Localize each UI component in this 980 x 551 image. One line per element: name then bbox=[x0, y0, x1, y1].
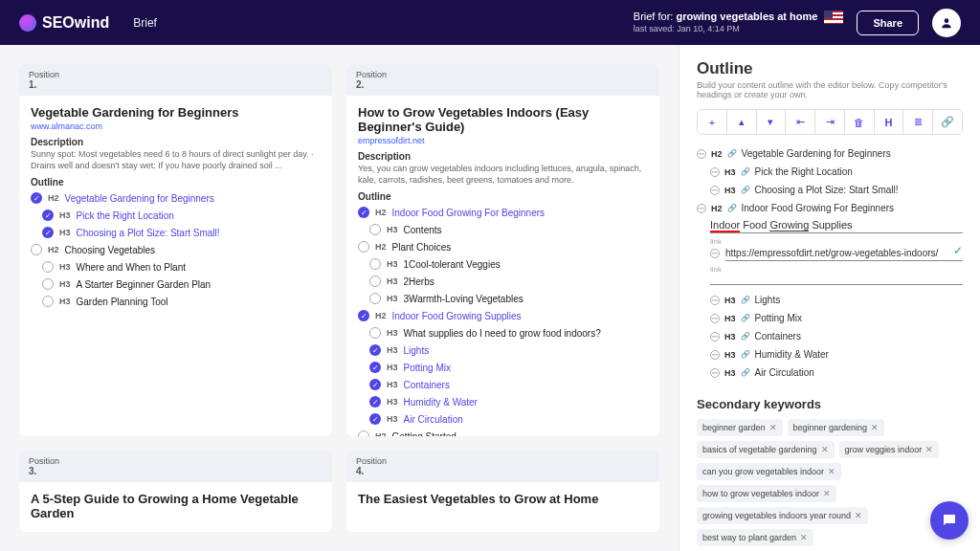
remove-icon[interactable] bbox=[710, 167, 720, 177]
check-off-icon[interactable] bbox=[358, 241, 369, 253]
link-button[interactable]: 🔗 bbox=[933, 110, 962, 134]
outline-row[interactable]: H3 🔗 Air Circulation bbox=[697, 364, 963, 382]
serp-outline-row[interactable]: H3 Contents bbox=[358, 221, 648, 238]
check-off-icon[interactable] bbox=[369, 258, 381, 270]
serp-outline-row[interactable]: ✓ H3 Lights bbox=[358, 342, 648, 359]
check-off-icon[interactable] bbox=[42, 278, 54, 290]
serp-url[interactable]: www.almanac.com bbox=[31, 121, 321, 131]
remove-tag-icon[interactable]: ✕ bbox=[800, 533, 808, 542]
check-off-icon[interactable] bbox=[369, 327, 381, 339]
remove-tag-icon[interactable]: ✕ bbox=[925, 445, 933, 454]
check-on-icon[interactable]: ✓ bbox=[31, 192, 42, 204]
outline-edit-link-2[interactable] bbox=[710, 274, 963, 285]
remove-tag-icon[interactable]: ✕ bbox=[855, 511, 862, 520]
check-on-icon[interactable]: ✓ bbox=[369, 362, 381, 373]
check-on-icon[interactable]: ✓ bbox=[42, 227, 54, 238]
serp-outline-row[interactable]: H2 Choosing Vegetables bbox=[31, 241, 321, 258]
outline-row[interactable]: H3 🔗 Potting Mix bbox=[697, 309, 963, 327]
serp-outline-row[interactable]: ✓ H3 Containers bbox=[358, 376, 648, 393]
remove-icon[interactable] bbox=[710, 186, 720, 195]
keyword-tag[interactable]: growing vegetables indoors year round✕ bbox=[697, 507, 868, 524]
serp-outline-row[interactable]: ✓ H2 Indoor Food Growing For Beginners bbox=[358, 204, 648, 221]
keyword-tag[interactable]: best way to plant garden✕ bbox=[697, 529, 813, 546]
check-on-icon[interactable]: ✓ bbox=[369, 396, 381, 408]
remove-tag-icon[interactable]: ✕ bbox=[821, 445, 829, 454]
keyword-tag[interactable]: beginner garden✕ bbox=[697, 419, 783, 436]
outline-row[interactable]: H2 🔗 Indoor Food Growing For Beginners bbox=[697, 199, 963, 217]
heading-button[interactable]: H bbox=[875, 110, 904, 134]
remove-icon[interactable] bbox=[710, 368, 720, 378]
check-on-icon[interactable]: ✓ bbox=[358, 310, 369, 321]
serp-outline-row[interactable]: H2 Getting Started bbox=[358, 428, 648, 436]
check-off-icon[interactable] bbox=[369, 276, 381, 287]
serp-outline-row[interactable]: H2 Plant Choices bbox=[358, 238, 648, 255]
serp-outline-row[interactable]: ✓ H2 Indoor Food Growing Supplies bbox=[358, 307, 648, 324]
keyword-tag[interactable]: basics of vegetable gardening✕ bbox=[697, 441, 835, 458]
remove-icon[interactable] bbox=[697, 204, 706, 213]
check-off-icon[interactable] bbox=[42, 296, 54, 307]
brief-tab[interactable]: Brief bbox=[133, 16, 157, 30]
trash-button[interactable]: 🗑 bbox=[845, 110, 875, 134]
list-button[interactable]: ≣ bbox=[903, 110, 933, 134]
keyword-tag[interactable]: how to grow vegetables indoor✕ bbox=[697, 485, 836, 502]
outline-row[interactable]: H3 🔗 Choosing a Plot Size: Start Small! bbox=[697, 181, 963, 199]
outline-row[interactable]: H2 🔗 Vegetable Gardening for Beginners bbox=[697, 144, 963, 163]
keyword-tag[interactable]: beginner gardening✕ bbox=[788, 419, 885, 436]
serp-outline-row[interactable]: H3 A Starter Beginner Garden Plan bbox=[31, 276, 321, 293]
remove-icon[interactable] bbox=[710, 332, 720, 342]
serp-outline-row[interactable]: ✓ H3 Pick the Right Location bbox=[31, 207, 321, 224]
remove-icon[interactable] bbox=[710, 296, 720, 305]
caret-down-button[interactable]: ▾ bbox=[757, 110, 787, 134]
check-on-icon[interactable]: ✓ bbox=[358, 207, 369, 218]
serp-outline-row[interactable]: ✓ H3 Humidity & Water bbox=[358, 393, 648, 410]
outline-edit-link[interactable]: https://empressofdirt.net/grow-vegetable… bbox=[725, 246, 963, 261]
check-on-icon[interactable]: ✓ bbox=[369, 379, 381, 390]
check-on-icon[interactable]: ✓ bbox=[369, 413, 381, 425]
remove-icon[interactable] bbox=[710, 350, 720, 360]
remove-link-icon[interactable] bbox=[710, 249, 720, 258]
outline-row[interactable]: H3 🔗 Humidity & Water bbox=[697, 345, 963, 364]
check-off-icon[interactable] bbox=[358, 430, 369, 436]
chat-fab[interactable] bbox=[930, 501, 969, 540]
outline-list: H2 🔗 Vegetable Gardening for Beginners H… bbox=[697, 144, 963, 217]
check-off-icon[interactable] bbox=[369, 293, 381, 304]
check-off-icon[interactable] bbox=[31, 244, 42, 255]
serp-outline-row[interactable]: ✓ H3 Potting Mix bbox=[358, 359, 648, 376]
share-button[interactable]: Share bbox=[857, 11, 919, 35]
indent-button[interactable]: ⇥ bbox=[815, 110, 845, 134]
serp-outline-row[interactable]: ✓ H2 Vegetable Gardening for Beginners bbox=[31, 189, 321, 207]
remove-tag-icon[interactable]: ✕ bbox=[823, 489, 831, 498]
serp-outline-row[interactable]: H3 Where and When to Plant bbox=[31, 258, 321, 276]
remove-icon[interactable] bbox=[697, 149, 706, 159]
serp-description: Yes, you can grow vegetables indoors inc… bbox=[358, 164, 648, 186]
remove-tag-icon[interactable]: ✕ bbox=[871, 423, 879, 432]
plus-button[interactable]: + bbox=[698, 110, 727, 134]
keyword-tag[interactable]: can you grow vegetables indoor✕ bbox=[697, 463, 841, 480]
outline-row[interactable]: H3 🔗 Pick the Right Location bbox=[697, 163, 963, 181]
serp-url[interactable]: empressofdirt.net bbox=[358, 136, 648, 145]
serp-outline-row[interactable]: ✓ H3 Air Circulation bbox=[358, 410, 648, 428]
serp-outline-row[interactable]: ✓ H3 Choosing a Plot Size: Start Small! bbox=[31, 224, 321, 241]
serp-card: Position3. A 5-Step Guide to Growing a H… bbox=[19, 451, 332, 532]
caret-up-button[interactable]: ▴ bbox=[727, 110, 757, 134]
outline-row[interactable]: H3 🔗 Containers bbox=[697, 327, 963, 345]
check-off-icon[interactable] bbox=[42, 261, 54, 273]
confirm-icon[interactable]: ✓ bbox=[953, 244, 963, 257]
remove-tag-icon[interactable]: ✕ bbox=[769, 423, 777, 432]
serp-outline-row[interactable]: H3 Garden Planning Tool bbox=[31, 293, 321, 310]
serp-outline-row[interactable]: H3 1Cool-tolerant Veggies bbox=[358, 255, 648, 273]
remove-tag-icon[interactable]: ✕ bbox=[828, 467, 835, 476]
remove-icon[interactable] bbox=[710, 314, 720, 323]
check-on-icon[interactable]: ✓ bbox=[42, 209, 54, 221]
check-on-icon[interactable]: ✓ bbox=[369, 344, 381, 356]
outdent-button[interactable]: ⇤ bbox=[786, 110, 815, 134]
outline-row[interactable]: H3 🔗 Lights bbox=[697, 291, 963, 309]
user-avatar[interactable] bbox=[932, 9, 961, 37]
serp-outline-row[interactable]: H3 2Herbs bbox=[358, 273, 648, 290]
serp-outline-row[interactable]: H3 What supplies do I need to grow food … bbox=[358, 324, 648, 342]
serp-outline-row[interactable]: H3 3Warmth-Loving Vegetables bbox=[358, 290, 648, 307]
check-off-icon[interactable] bbox=[369, 224, 381, 235]
link-icon: 🔗 bbox=[741, 186, 750, 194]
keyword-tag[interactable]: grow veggies indoor✕ bbox=[839, 441, 940, 458]
outline-edit-title[interactable]: Indoor Food Growing Supplies bbox=[710, 217, 963, 233]
